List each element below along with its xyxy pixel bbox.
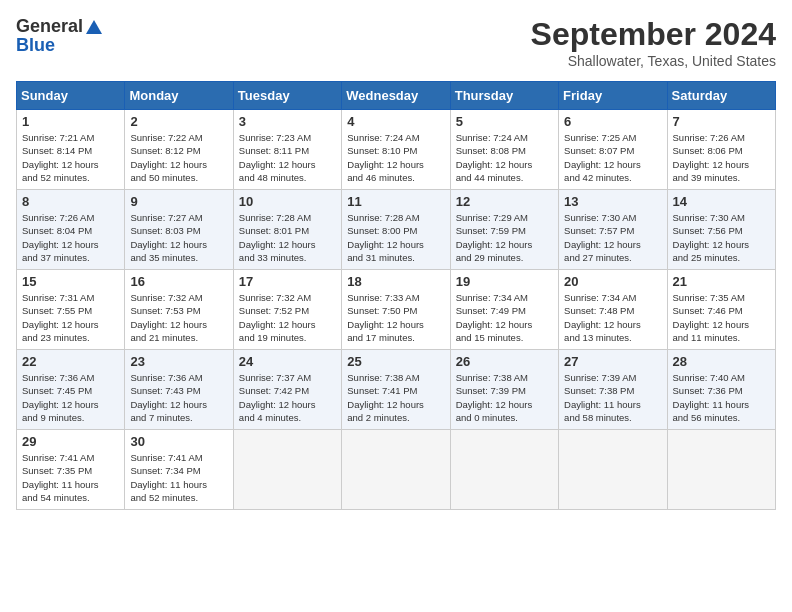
cell-detail: Sunrise: 7:21 AMSunset: 8:14 PMDaylight:… bbox=[22, 131, 119, 184]
day-number: 29 bbox=[22, 434, 119, 449]
day-number: 13 bbox=[564, 194, 661, 209]
day-number: 10 bbox=[239, 194, 336, 209]
calendar-cell: 24Sunrise: 7:37 AMSunset: 7:42 PMDayligh… bbox=[233, 350, 341, 430]
title-section: September 2024 Shallowater, Texas, Unite… bbox=[531, 16, 776, 69]
day-number: 21 bbox=[673, 274, 770, 289]
column-header-wednesday: Wednesday bbox=[342, 82, 450, 110]
cell-detail: Sunrise: 7:28 AMSunset: 8:00 PMDaylight:… bbox=[347, 211, 444, 264]
calendar-cell: 30Sunrise: 7:41 AMSunset: 7:34 PMDayligh… bbox=[125, 430, 233, 510]
calendar-week-row: 29Sunrise: 7:41 AMSunset: 7:35 PMDayligh… bbox=[17, 430, 776, 510]
calendar-header-row: SundayMondayTuesdayWednesdayThursdayFrid… bbox=[17, 82, 776, 110]
calendar-cell: 27Sunrise: 7:39 AMSunset: 7:38 PMDayligh… bbox=[559, 350, 667, 430]
calendar-cell: 17Sunrise: 7:32 AMSunset: 7:52 PMDayligh… bbox=[233, 270, 341, 350]
day-number: 8 bbox=[22, 194, 119, 209]
cell-detail: Sunrise: 7:32 AMSunset: 7:52 PMDaylight:… bbox=[239, 291, 336, 344]
month-year-title: September 2024 bbox=[531, 16, 776, 53]
cell-detail: Sunrise: 7:38 AMSunset: 7:39 PMDaylight:… bbox=[456, 371, 553, 424]
calendar-cell: 2Sunrise: 7:22 AMSunset: 8:12 PMDaylight… bbox=[125, 110, 233, 190]
cell-detail: Sunrise: 7:29 AMSunset: 7:59 PMDaylight:… bbox=[456, 211, 553, 264]
cell-detail: Sunrise: 7:30 AMSunset: 7:57 PMDaylight:… bbox=[564, 211, 661, 264]
cell-detail: Sunrise: 7:35 AMSunset: 7:46 PMDaylight:… bbox=[673, 291, 770, 344]
day-number: 19 bbox=[456, 274, 553, 289]
day-number: 15 bbox=[22, 274, 119, 289]
day-number: 14 bbox=[673, 194, 770, 209]
day-number: 17 bbox=[239, 274, 336, 289]
day-number: 4 bbox=[347, 114, 444, 129]
day-number: 24 bbox=[239, 354, 336, 369]
location-subtitle: Shallowater, Texas, United States bbox=[531, 53, 776, 69]
column-header-monday: Monday bbox=[125, 82, 233, 110]
logo-blue: Blue bbox=[16, 35, 55, 56]
calendar-cell: 21Sunrise: 7:35 AMSunset: 7:46 PMDayligh… bbox=[667, 270, 775, 350]
day-number: 25 bbox=[347, 354, 444, 369]
calendar-cell: 23Sunrise: 7:36 AMSunset: 7:43 PMDayligh… bbox=[125, 350, 233, 430]
calendar-cell: 12Sunrise: 7:29 AMSunset: 7:59 PMDayligh… bbox=[450, 190, 558, 270]
cell-detail: Sunrise: 7:32 AMSunset: 7:53 PMDaylight:… bbox=[130, 291, 227, 344]
cell-detail: Sunrise: 7:36 AMSunset: 7:45 PMDaylight:… bbox=[22, 371, 119, 424]
calendar-cell: 25Sunrise: 7:38 AMSunset: 7:41 PMDayligh… bbox=[342, 350, 450, 430]
column-header-tuesday: Tuesday bbox=[233, 82, 341, 110]
calendar-cell bbox=[233, 430, 341, 510]
logo: General Blue bbox=[16, 16, 103, 56]
cell-detail: Sunrise: 7:34 AMSunset: 7:49 PMDaylight:… bbox=[456, 291, 553, 344]
calendar-cell: 8Sunrise: 7:26 AMSunset: 8:04 PMDaylight… bbox=[17, 190, 125, 270]
calendar-cell bbox=[559, 430, 667, 510]
calendar-cell: 29Sunrise: 7:41 AMSunset: 7:35 PMDayligh… bbox=[17, 430, 125, 510]
day-number: 18 bbox=[347, 274, 444, 289]
cell-detail: Sunrise: 7:22 AMSunset: 8:12 PMDaylight:… bbox=[130, 131, 227, 184]
logo-triangle-icon bbox=[85, 18, 103, 36]
logo-general: General bbox=[16, 16, 83, 37]
calendar-body: 1Sunrise: 7:21 AMSunset: 8:14 PMDaylight… bbox=[17, 110, 776, 510]
calendar-cell: 3Sunrise: 7:23 AMSunset: 8:11 PMDaylight… bbox=[233, 110, 341, 190]
day-number: 16 bbox=[130, 274, 227, 289]
cell-detail: Sunrise: 7:33 AMSunset: 7:50 PMDaylight:… bbox=[347, 291, 444, 344]
calendar-cell: 22Sunrise: 7:36 AMSunset: 7:45 PMDayligh… bbox=[17, 350, 125, 430]
calendar-cell: 26Sunrise: 7:38 AMSunset: 7:39 PMDayligh… bbox=[450, 350, 558, 430]
calendar-cell: 18Sunrise: 7:33 AMSunset: 7:50 PMDayligh… bbox=[342, 270, 450, 350]
day-number: 5 bbox=[456, 114, 553, 129]
calendar-cell: 5Sunrise: 7:24 AMSunset: 8:08 PMDaylight… bbox=[450, 110, 558, 190]
calendar-week-row: 15Sunrise: 7:31 AMSunset: 7:55 PMDayligh… bbox=[17, 270, 776, 350]
cell-detail: Sunrise: 7:23 AMSunset: 8:11 PMDaylight:… bbox=[239, 131, 336, 184]
calendar-table: SundayMondayTuesdayWednesdayThursdayFrid… bbox=[16, 81, 776, 510]
column-header-friday: Friday bbox=[559, 82, 667, 110]
cell-detail: Sunrise: 7:34 AMSunset: 7:48 PMDaylight:… bbox=[564, 291, 661, 344]
cell-detail: Sunrise: 7:26 AMSunset: 8:06 PMDaylight:… bbox=[673, 131, 770, 184]
calendar-cell bbox=[667, 430, 775, 510]
cell-detail: Sunrise: 7:28 AMSunset: 8:01 PMDaylight:… bbox=[239, 211, 336, 264]
day-number: 23 bbox=[130, 354, 227, 369]
calendar-cell: 6Sunrise: 7:25 AMSunset: 8:07 PMDaylight… bbox=[559, 110, 667, 190]
cell-detail: Sunrise: 7:25 AMSunset: 8:07 PMDaylight:… bbox=[564, 131, 661, 184]
cell-detail: Sunrise: 7:41 AMSunset: 7:34 PMDaylight:… bbox=[130, 451, 227, 504]
column-header-sunday: Sunday bbox=[17, 82, 125, 110]
day-number: 3 bbox=[239, 114, 336, 129]
calendar-cell: 10Sunrise: 7:28 AMSunset: 8:01 PMDayligh… bbox=[233, 190, 341, 270]
day-number: 12 bbox=[456, 194, 553, 209]
day-number: 1 bbox=[22, 114, 119, 129]
calendar-cell bbox=[342, 430, 450, 510]
day-number: 11 bbox=[347, 194, 444, 209]
cell-detail: Sunrise: 7:24 AMSunset: 8:10 PMDaylight:… bbox=[347, 131, 444, 184]
cell-detail: Sunrise: 7:30 AMSunset: 7:56 PMDaylight:… bbox=[673, 211, 770, 264]
day-number: 6 bbox=[564, 114, 661, 129]
cell-detail: Sunrise: 7:24 AMSunset: 8:08 PMDaylight:… bbox=[456, 131, 553, 184]
cell-detail: Sunrise: 7:37 AMSunset: 7:42 PMDaylight:… bbox=[239, 371, 336, 424]
day-number: 9 bbox=[130, 194, 227, 209]
column-header-saturday: Saturday bbox=[667, 82, 775, 110]
calendar-week-row: 22Sunrise: 7:36 AMSunset: 7:45 PMDayligh… bbox=[17, 350, 776, 430]
calendar-cell: 28Sunrise: 7:40 AMSunset: 7:36 PMDayligh… bbox=[667, 350, 775, 430]
day-number: 28 bbox=[673, 354, 770, 369]
cell-detail: Sunrise: 7:39 AMSunset: 7:38 PMDaylight:… bbox=[564, 371, 661, 424]
cell-detail: Sunrise: 7:38 AMSunset: 7:41 PMDaylight:… bbox=[347, 371, 444, 424]
day-number: 26 bbox=[456, 354, 553, 369]
calendar-cell: 1Sunrise: 7:21 AMSunset: 8:14 PMDaylight… bbox=[17, 110, 125, 190]
cell-detail: Sunrise: 7:26 AMSunset: 8:04 PMDaylight:… bbox=[22, 211, 119, 264]
calendar-cell: 14Sunrise: 7:30 AMSunset: 7:56 PMDayligh… bbox=[667, 190, 775, 270]
cell-detail: Sunrise: 7:27 AMSunset: 8:03 PMDaylight:… bbox=[130, 211, 227, 264]
cell-detail: Sunrise: 7:31 AMSunset: 7:55 PMDaylight:… bbox=[22, 291, 119, 344]
calendar-week-row: 8Sunrise: 7:26 AMSunset: 8:04 PMDaylight… bbox=[17, 190, 776, 270]
cell-detail: Sunrise: 7:36 AMSunset: 7:43 PMDaylight:… bbox=[130, 371, 227, 424]
calendar-cell: 19Sunrise: 7:34 AMSunset: 7:49 PMDayligh… bbox=[450, 270, 558, 350]
calendar-cell: 20Sunrise: 7:34 AMSunset: 7:48 PMDayligh… bbox=[559, 270, 667, 350]
day-number: 22 bbox=[22, 354, 119, 369]
